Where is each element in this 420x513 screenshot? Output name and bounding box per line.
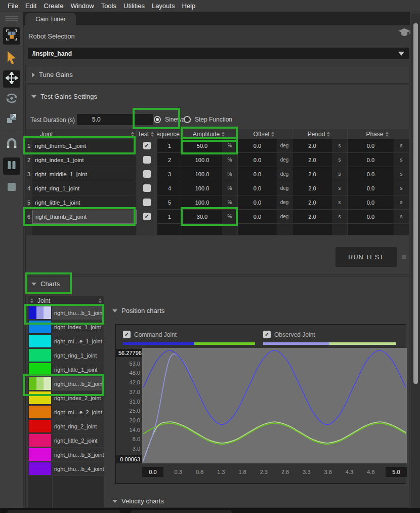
position-charts-header[interactable]: Position charts bbox=[112, 307, 164, 314]
menu-item-utilities[interactable]: Utilities bbox=[120, 2, 148, 10]
column-header-amplitude[interactable]: Amplitude bbox=[182, 129, 238, 139]
joint-list-label: right_little_1_joint bbox=[52, 363, 104, 377]
menu-item-edit[interactable]: Edit bbox=[22, 2, 40, 10]
period-value[interactable]: 2.0 bbox=[292, 139, 332, 152]
menu-item-file[interactable]: File bbox=[4, 2, 22, 10]
offset-value[interactable]: 0.0 bbox=[238, 139, 277, 152]
tab-gain-tuner[interactable]: Gain Tuner bbox=[25, 13, 76, 25]
charts-header[interactable]: Charts bbox=[31, 280, 60, 288]
list-item[interactable]: right_ring_1_joint bbox=[28, 348, 104, 363]
offset-value[interactable]: 0.0 bbox=[238, 210, 277, 223]
period-value[interactable]: 2.0 bbox=[292, 210, 332, 223]
robot-selection-dropdown[interactable]: /inspire_hand bbox=[28, 48, 409, 59]
test-duration-input[interactable]: 5.0 bbox=[77, 114, 153, 125]
amplitude-value[interactable]: 100.0 bbox=[182, 167, 222, 181]
observed-joint-checkbox[interactable]: Observed Joint bbox=[263, 331, 315, 338]
period-value[interactable]: 2.0 bbox=[292, 181, 332, 195]
test-checkbox[interactable] bbox=[143, 213, 151, 220]
sequence-cell[interactable]: 1 bbox=[157, 139, 182, 153]
menu-item-create[interactable]: Create bbox=[40, 2, 67, 10]
list-item[interactable]: right_little_1_joint bbox=[28, 363, 104, 377]
joint-name-cell[interactable]: right_thumb_2_joint bbox=[32, 210, 137, 224]
move-tool-button[interactable] bbox=[3, 70, 20, 88]
list-item[interactable]: right_thu…b_1_joint bbox=[28, 306, 104, 320]
sequence-cell[interactable]: 5 bbox=[157, 195, 182, 210]
pause-button[interactable] bbox=[3, 157, 20, 175]
list-item[interactable]: right_thu…b_3_joint bbox=[28, 448, 104, 462]
column-header-test[interactable]: Test bbox=[137, 129, 157, 139]
test-checkbox[interactable] bbox=[143, 142, 151, 149]
amplitude-value[interactable]: 100.0 bbox=[182, 153, 222, 167]
graduation-cap-icon[interactable] bbox=[398, 28, 411, 40]
list-item[interactable]: right_index_1_joint bbox=[28, 320, 104, 334]
selection-frame-button[interactable] bbox=[3, 27, 20, 45]
list-item[interactable]: right_index_2_joint bbox=[28, 391, 104, 405]
period-value[interactable]: 2.0 bbox=[292, 167, 332, 181]
amplitude-value[interactable]: 30.0 bbox=[182, 210, 222, 223]
joint-name-cell[interactable]: right_ring_1_joint bbox=[32, 181, 137, 195]
column-header-phase[interactable]: Phase bbox=[348, 129, 409, 139]
test-checkbox[interactable] bbox=[143, 156, 151, 164]
sequence-cell[interactable]: 1 bbox=[157, 210, 182, 224]
list-item[interactable]: right_mi…e_1_joint bbox=[28, 334, 104, 348]
plot-area[interactable] bbox=[142, 348, 407, 463]
phase-value[interactable]: 0.0 bbox=[348, 167, 394, 181]
joint-name-cell[interactable]: right_index_1_joint bbox=[32, 153, 137, 167]
tab-label: Gain Tuner bbox=[35, 16, 65, 23]
scale-tool-button[interactable] bbox=[3, 111, 20, 128]
test-cell bbox=[137, 153, 157, 167]
column-header-joint[interactable]: Joint bbox=[26, 129, 137, 139]
menu-item-help[interactable]: Help bbox=[178, 2, 199, 10]
command-joint-checkbox[interactable]: Command Joint bbox=[123, 331, 177, 338]
column-header-sequence[interactable]: Sequence bbox=[157, 129, 182, 139]
offset-value[interactable]: 0.0 bbox=[238, 167, 277, 181]
test-checkbox[interactable] bbox=[143, 199, 151, 206]
menu-item-tools[interactable]: Tools bbox=[98, 2, 120, 10]
offset-value[interactable]: 0.0 bbox=[238, 195, 277, 209]
sequence-cell[interactable]: 3 bbox=[157, 167, 182, 181]
tune-gains-header[interactable]: Tune Gains bbox=[32, 71, 73, 78]
velocity-charts-header[interactable]: Velocity charts bbox=[112, 497, 164, 505]
column-header-offset[interactable]: Offset bbox=[238, 129, 292, 139]
phase-value[interactable]: 0.0 bbox=[348, 210, 394, 223]
column-header-label: Sequence bbox=[157, 131, 180, 138]
period-value[interactable]: 2.0 bbox=[292, 195, 332, 209]
period-value[interactable]: 2.0 bbox=[292, 153, 332, 167]
amplitude-value[interactable]: 50.0 bbox=[182, 139, 222, 152]
chart-joint-list-header[interactable]: Joint bbox=[28, 296, 104, 306]
list-item[interactable]: right_ring_2_joint bbox=[28, 419, 104, 433]
list-item[interactable]: right_thu…b_4_joint bbox=[28, 462, 104, 476]
list-item[interactable]: right_little_2_joint bbox=[28, 433, 104, 448]
joint-name-cell[interactable]: right_little_1_joint bbox=[32, 195, 137, 210]
rotate-tool-button[interactable] bbox=[3, 91, 20, 108]
offset-value[interactable]: 0.0 bbox=[238, 153, 277, 167]
joint-name-cell[interactable]: right_middle_1_joint bbox=[32, 167, 137, 181]
row-number: 1 bbox=[26, 139, 32, 153]
test-checkbox[interactable] bbox=[143, 170, 151, 178]
run-test-button[interactable]: RUN TEST bbox=[335, 247, 397, 267]
joint-name-cell[interactable]: right_thumb_1_joint bbox=[32, 139, 137, 153]
scrollbar-thumb[interactable] bbox=[413, 23, 418, 384]
phase-value[interactable]: 0.0 bbox=[348, 139, 394, 152]
menu-item-window[interactable]: Window bbox=[67, 2, 97, 10]
list-item[interactable]: right_mi…e_2_joint bbox=[28, 405, 104, 419]
phase-value[interactable]: 0.0 bbox=[348, 181, 394, 195]
menu-item-layouts[interactable]: Layouts bbox=[148, 2, 179, 10]
stop-button[interactable] bbox=[3, 179, 20, 196]
sequence-cell[interactable]: 4 bbox=[157, 181, 182, 195]
list-item[interactable]: right_thu…b_2_joint bbox=[28, 377, 104, 391]
test-checkbox[interactable] bbox=[143, 184, 151, 192]
step-function-radio[interactable]: Step Function bbox=[184, 116, 232, 123]
sequence-cell[interactable]: 2 bbox=[157, 153, 182, 167]
amplitude-value[interactable]: 100.0 bbox=[182, 195, 222, 209]
phase-value[interactable]: 0.0 bbox=[348, 153, 394, 167]
offset-value[interactable]: 0.0 bbox=[238, 181, 277, 195]
snap-tool-button[interactable] bbox=[3, 136, 20, 153]
expand-arrow-icon bbox=[112, 500, 117, 503]
phase-value[interactable]: 0.0 bbox=[348, 195, 394, 209]
grip-icon[interactable] bbox=[5, 15, 18, 22]
test-gains-header[interactable]: Test Gains Settings bbox=[31, 93, 97, 100]
select-tool-button[interactable] bbox=[3, 50, 20, 67]
amplitude-value[interactable]: 100.0 bbox=[182, 181, 222, 195]
column-header-period[interactable]: Period bbox=[292, 129, 348, 139]
